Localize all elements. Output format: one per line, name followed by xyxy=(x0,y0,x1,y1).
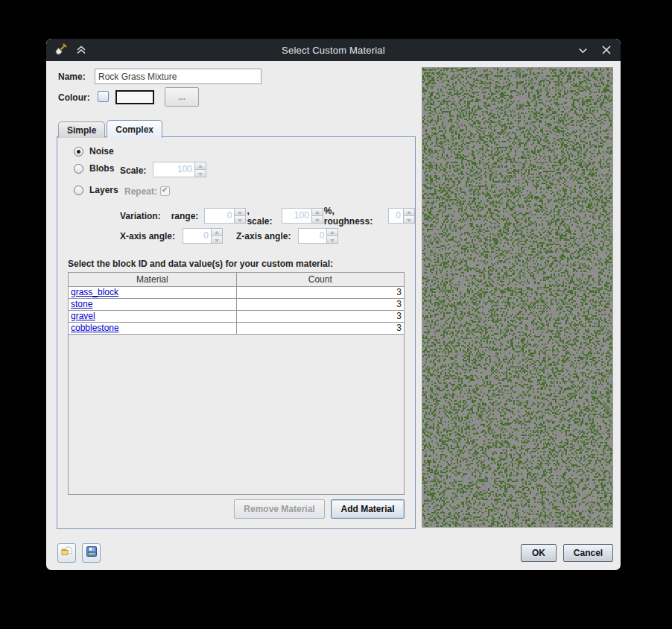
texture-preview xyxy=(422,67,613,528)
colour-checkbox[interactable] xyxy=(98,91,109,102)
add-material-button[interactable]: Add Material xyxy=(331,499,405,519)
chevron-down-icon[interactable] xyxy=(574,42,591,58)
floppy-disk-icon xyxy=(86,546,98,560)
variation-scale-value: 100 xyxy=(282,208,311,224)
mode-blobs[interactable]: Blobs xyxy=(74,163,114,174)
x-axis-angle-up xyxy=(211,228,223,236)
z-axis-angle-up xyxy=(326,228,338,236)
colour-preview-swatch xyxy=(115,90,154,104)
blobs-radio[interactable] xyxy=(74,164,83,174)
z-axis-angle-spinner: 0 xyxy=(298,228,338,244)
scale-label: Scale: xyxy=(120,165,146,176)
colour-picker-button: ... xyxy=(165,87,199,107)
window-title: Select Custom Material xyxy=(46,45,621,56)
range-spinner-value: 0 xyxy=(204,208,234,224)
save-material-button[interactable] xyxy=(82,543,101,563)
table-row[interactable]: gravel 3 xyxy=(69,310,404,322)
x-axis-angle-down xyxy=(211,236,223,244)
material-table: Material Count grass_block 3 stone 3 gra… xyxy=(68,272,405,495)
load-material-button[interactable] xyxy=(57,543,76,563)
x-axis-angle-label: X-axis angle: xyxy=(120,231,175,241)
name-input[interactable] xyxy=(95,69,261,84)
cancel-button[interactable]: Cancel xyxy=(563,544,613,562)
count-cell[interactable]: 3 xyxy=(236,322,404,334)
variation-scale-up xyxy=(311,208,323,215)
material-link[interactable]: stone xyxy=(71,299,92,309)
mode-layers[interactable]: Layers xyxy=(74,185,118,195)
table-row[interactable]: grass_block 3 xyxy=(69,286,404,298)
range-spinner: 0 xyxy=(204,208,246,224)
material-link[interactable]: cobblestone xyxy=(71,323,119,333)
scale-spinner: 100 xyxy=(153,162,206,177)
texture-preview-canvas xyxy=(422,68,612,527)
variation-scale-down xyxy=(311,215,323,224)
variation-row: Variation: range: 0 , scale: 100 %, roug… xyxy=(120,208,415,224)
name-label: Name: xyxy=(58,72,86,82)
complex-tab-panel: Noise Blobs Scale: 100 Layers Repeat: Va… xyxy=(57,136,416,529)
variation-scale-label: , scale: xyxy=(247,206,275,227)
x-axis-angle-spinner: 0 xyxy=(183,228,223,244)
blobs-label: Blobs xyxy=(89,163,114,174)
count-cell[interactable]: 3 xyxy=(236,298,404,310)
material-column-header: Material xyxy=(69,273,236,286)
range-spinner-up xyxy=(234,208,246,215)
roughness-spinner-up xyxy=(403,208,415,215)
angles-row: X-axis angle: 0 Z-axis angle: 0 xyxy=(120,228,338,244)
variation-label: Variation: xyxy=(120,211,161,221)
table-header-row: Material Count xyxy=(69,273,404,286)
table-row[interactable]: stone 3 xyxy=(69,298,404,310)
scale-spinner-down xyxy=(194,169,206,177)
range-label: range: xyxy=(171,211,199,221)
table-row[interactable]: cobblestone 3 xyxy=(69,322,404,334)
shovel-icon xyxy=(52,42,69,58)
colour-label: Colour: xyxy=(58,92,90,103)
material-link[interactable]: grass_block xyxy=(71,287,118,297)
x-axis-angle-value: 0 xyxy=(183,228,211,244)
layers-label: Layers xyxy=(89,185,118,195)
scale-spinner-up xyxy=(194,162,206,169)
roughness-spinner-value: 0 xyxy=(388,208,403,224)
select-custom-material-dialog: Select Custom Material xyxy=(46,39,621,570)
range-spinner-down xyxy=(234,215,246,224)
ok-button[interactable]: OK xyxy=(521,544,557,562)
count-column-header: Count xyxy=(236,273,404,286)
mode-noise[interactable]: Noise xyxy=(74,146,114,157)
repeat-label: Repeat: xyxy=(124,186,157,197)
chevrons-up-icon[interactable] xyxy=(73,42,89,58)
tab-complex[interactable]: Complex xyxy=(107,120,162,138)
tab-bar: Simple Complex xyxy=(58,120,164,138)
open-folder-icon xyxy=(60,546,73,560)
repeat-checkbox xyxy=(160,186,170,196)
table-instruction: Select the block ID and data value(s) fo… xyxy=(68,259,333,269)
titlebar[interactable]: Select Custom Material xyxy=(46,39,621,61)
z-axis-angle-down xyxy=(326,236,338,244)
roughness-label: %, roughness: xyxy=(324,206,382,227)
z-axis-angle-value: 0 xyxy=(298,228,326,244)
close-icon[interactable] xyxy=(598,42,615,58)
count-cell[interactable]: 3 xyxy=(236,310,404,322)
variation-scale-spinner: 100 xyxy=(282,208,323,224)
z-axis-angle-label: Z-axis angle: xyxy=(236,231,291,241)
tab-simple[interactable]: Simple xyxy=(58,121,105,138)
roughness-spinner: 0 xyxy=(388,208,415,224)
remove-material-button: Remove Material xyxy=(234,499,325,519)
material-link[interactable]: gravel xyxy=(71,311,95,321)
scale-spinner-value: 100 xyxy=(153,162,194,177)
count-cell[interactable]: 3 xyxy=(236,286,404,298)
roughness-spinner-down xyxy=(403,215,415,224)
layers-radio[interactable] xyxy=(74,186,83,195)
noise-label: Noise xyxy=(89,146,114,157)
noise-radio[interactable] xyxy=(74,147,83,157)
